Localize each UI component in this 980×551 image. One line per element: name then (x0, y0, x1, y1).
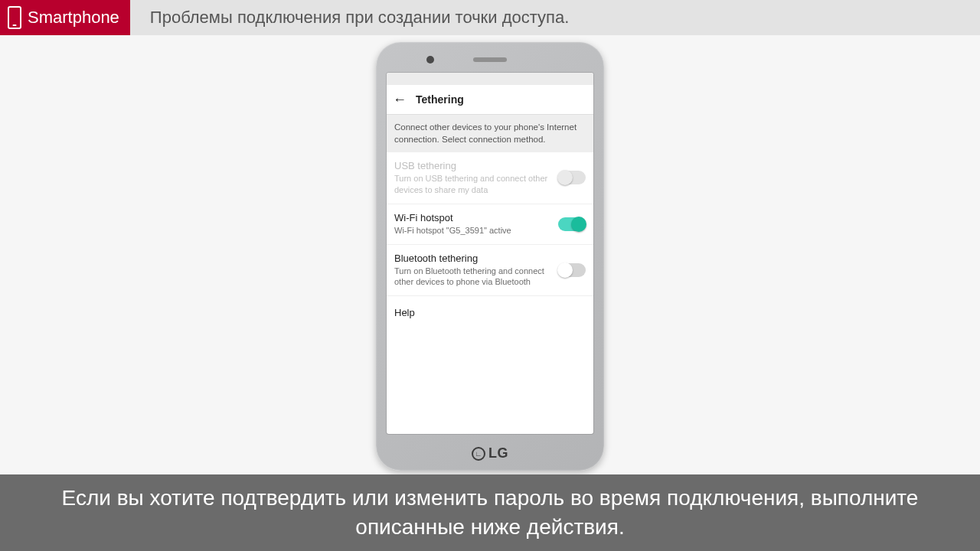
category-badge: Smartphone (0, 0, 130, 35)
phone-logo: ∟ LG (472, 445, 508, 461)
wifi-toggle[interactable] (558, 217, 586, 231)
status-bar (387, 73, 593, 85)
screen-title: Tethering (416, 93, 464, 106)
bluetooth-tethering-row[interactable]: Bluetooth tethering Turn on Bluetooth te… (387, 245, 593, 297)
phone-camera (426, 56, 434, 64)
wifi-sub: Wi-Fi hotspot "G5_3591" active (394, 225, 550, 236)
usb-toggle (558, 171, 586, 184)
bluetooth-toggle[interactable] (558, 263, 586, 277)
wifi-hotspot-row[interactable]: Wi-Fi hotspot Wi-Fi hotspot "G5_3591" ac… (387, 204, 593, 245)
usb-title: USB tethering (394, 160, 550, 171)
caption-bar: Если вы хотите подтвердить или изменить … (0, 474, 980, 551)
bt-sub: Turn on Bluetooth tethering and connect … (394, 266, 550, 289)
badge-label: Smartphone (28, 8, 119, 28)
screen-description: Connect other devices to your phone's In… (387, 115, 593, 152)
page-title: Проблемы подключения при создании точки … (150, 8, 569, 28)
top-bar: Smartphone Проблемы подключения при созд… (0, 0, 980, 35)
back-arrow-icon[interactable]: ← (393, 93, 407, 106)
help-row[interactable]: Help (387, 296, 593, 329)
usb-sub: Turn on USB tethering and connect other … (394, 173, 550, 196)
wifi-title: Wi-Fi hotspot (394, 212, 550, 223)
phone-brand: LG (488, 445, 508, 461)
phone-mockup: ← Tethering Connect other devices to you… (376, 42, 604, 471)
bt-title: Bluetooth tethering (394, 253, 550, 264)
phone-speaker (473, 57, 507, 62)
lg-logo-icon: ∟ (472, 447, 485, 461)
usb-tethering-row: USB tethering Turn on USB tethering and … (387, 152, 593, 204)
phone-screen: ← Tethering Connect other devices to you… (387, 73, 593, 434)
smartphone-icon (8, 6, 21, 29)
screen-header: ← Tethering (387, 85, 593, 115)
